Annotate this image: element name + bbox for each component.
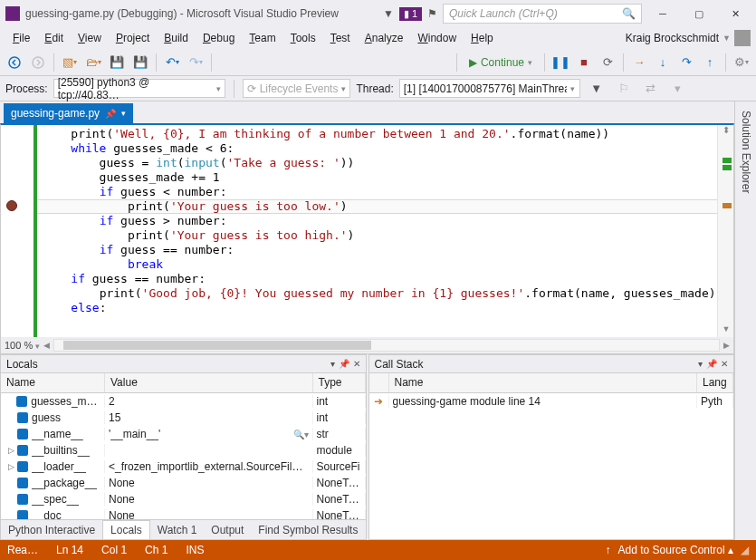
- locals-row[interactable]: guesses_made2int: [1, 393, 366, 410]
- menu-team[interactable]: Team: [242, 29, 282, 47]
- close-button[interactable]: ✕: [720, 2, 751, 25]
- panel-pin-icon[interactable]: 📌: [706, 359, 717, 369]
- bottom-tab[interactable]: Python Interactive: [1, 521, 102, 539]
- callstack-grid[interactable]: ➜guessing-game module line 14Pyth: [369, 393, 734, 539]
- quick-launch-input[interactable]: Quick Launch (Ctrl+Q) 🔍: [443, 4, 642, 24]
- menu-analyze[interactable]: Analyze: [358, 29, 411, 47]
- menu-tools[interactable]: Tools: [283, 29, 323, 47]
- bottom-tab[interactable]: Find Symbol Results: [251, 521, 365, 539]
- thread-combo[interactable]: [1] [140017000875776] MainThread▾: [399, 79, 580, 98]
- menu-build[interactable]: Build: [157, 29, 196, 47]
- status-bar: Rea… Ln 14 Col 1 Ch 1 INS ↑ Add to Sourc…: [0, 540, 756, 560]
- scroll-right-icon[interactable]: ▶: [723, 341, 730, 350]
- publish-icon[interactable]: ↑: [606, 544, 611, 556]
- right-sidepanel: Solution Explorer: [734, 101, 756, 540]
- locals-grid[interactable]: guesses_made2intguess15int__name__'__mai…: [1, 393, 366, 519]
- continue-button[interactable]: ▶ Continue▾: [462, 54, 540, 71]
- locals-row[interactable]: __name__'__main__'🔍▾str: [1, 426, 366, 442]
- bottom-tab[interactable]: Watch 1: [150, 521, 205, 539]
- pin-icon[interactable]: 📌: [105, 109, 116, 119]
- nav-back-button[interactable]: [4, 52, 25, 73]
- locals-header[interactable]: Name Value Type: [1, 373, 366, 393]
- status-col: Col 1: [101, 544, 127, 556]
- stop-button[interactable]: ■: [573, 52, 595, 73]
- menu-window[interactable]: Window: [410, 29, 464, 47]
- menu-view[interactable]: View: [71, 29, 109, 47]
- thread-flag-button[interactable]: ⚐: [613, 78, 635, 100]
- visualizer-icon[interactable]: 🔍▾: [293, 430, 309, 439]
- panel-pin-icon[interactable]: 📌: [339, 359, 349, 369]
- save-button[interactable]: 💾: [106, 52, 128, 73]
- panel-close-icon[interactable]: ✕: [721, 359, 728, 369]
- thread-filter-button[interactable]: ▼: [586, 78, 608, 100]
- debug-settings-button[interactable]: ⚙▾: [731, 52, 752, 73]
- maximize-button[interactable]: ▢: [684, 2, 714, 25]
- source-control-button[interactable]: Add to Source Control ▴: [618, 544, 733, 556]
- code-editor[interactable]: print('Well, {0}, I am thinking of a num…: [1, 125, 733, 337]
- thread-label: Thread:: [356, 82, 393, 95]
- locals-row[interactable]: ▷__builtins__module: [1, 442, 366, 459]
- editor-gutter[interactable]: [1, 125, 37, 337]
- zoom-combo[interactable]: 100 % ▾: [5, 340, 40, 351]
- undo-button[interactable]: ↶▾: [161, 52, 183, 73]
- locals-row[interactable]: __package__NoneNoneType: [1, 475, 366, 491]
- save-all-button[interactable]: 💾: [129, 52, 151, 73]
- open-file-button[interactable]: 🗁▾: [82, 52, 104, 73]
- scroll-down-icon[interactable]: ▼: [719, 324, 733, 337]
- status-ins: INS: [186, 544, 204, 556]
- user-account[interactable]: Kraig Brockschmidt▼: [626, 30, 751, 46]
- nav-fwd-button[interactable]: [27, 52, 49, 73]
- step-into-button[interactable]: ↓: [652, 52, 674, 73]
- notification-badge[interactable]: ▮1: [399, 7, 422, 21]
- panel-dropdown-icon[interactable]: ▾: [330, 359, 335, 369]
- show-next-button[interactable]: →: [628, 52, 650, 73]
- avatar-icon: [734, 30, 751, 46]
- status-resize-icon[interactable]: ◢: [741, 544, 749, 556]
- menu-help[interactable]: Help: [464, 29, 501, 47]
- new-project-button[interactable]: ▧▾: [59, 52, 81, 73]
- thread-more-button[interactable]: ▾: [667, 78, 689, 100]
- pause-button[interactable]: ❚❚: [550, 52, 571, 73]
- locals-title: Locals: [6, 358, 38, 371]
- locals-row[interactable]: ▷__loader__<_frozen_importlib_external.S…: [1, 459, 366, 475]
- locals-row[interactable]: guess15int: [1, 410, 366, 426]
- file-tab[interactable]: guessing-game.py 📌 ▾: [4, 103, 133, 123]
- editor-footer: 100 % ▾ ◀ ▶: [1, 337, 733, 353]
- process-combo[interactable]: [25590] python3 @ tcp://40.83…▾: [53, 79, 225, 98]
- document-tab-strip: guessing-game.py 📌 ▾: [0, 101, 734, 123]
- restart-button[interactable]: ⟳: [597, 52, 618, 73]
- horizontal-scrollbar[interactable]: [53, 339, 720, 352]
- menu-file[interactable]: File: [5, 29, 37, 47]
- status-line: Ln 14: [56, 544, 83, 556]
- step-over-button[interactable]: ↷: [675, 52, 697, 73]
- split-icon[interactable]: ⬍: [719, 125, 733, 134]
- locals-row[interactable]: __doc__NoneNoneType: [1, 507, 366, 519]
- redo-button[interactable]: ↷▾: [185, 52, 206, 73]
- minimize-button[interactable]: ─: [647, 2, 678, 25]
- scroll-left-icon[interactable]: ◀: [43, 341, 50, 350]
- panel-dropdown-icon[interactable]: ▾: [698, 359, 703, 369]
- bottom-tab[interactable]: Output: [204, 521, 251, 539]
- menu-edit[interactable]: Edit: [37, 29, 71, 47]
- process-label: Process:: [5, 82, 48, 95]
- menu-debug[interactable]: Debug: [196, 29, 242, 47]
- feedback-icon[interactable]: ▼: [383, 7, 394, 20]
- callstack-row[interactable]: ➜guessing-game module line 14Pyth: [369, 393, 734, 410]
- window-title: guessing-game.py (Debugging) - Microsoft…: [25, 7, 339, 20]
- status-ch: Ch 1: [145, 544, 167, 556]
- main-toolbar: ▧▾ 🗁▾ 💾 💾 ↶▾ ↷▾ ▶ Continue▾ ❚❚ ■ ⟳ → ↓ ↷…: [0, 49, 756, 76]
- thread-swap-button[interactable]: ⇄: [640, 78, 662, 100]
- solution-explorer-tab[interactable]: Solution Explorer: [738, 105, 754, 198]
- menu-project[interactable]: Project: [109, 29, 157, 47]
- tab-dropdown-icon[interactable]: ▾: [121, 109, 126, 118]
- vertical-scrollbar[interactable]: ⬍ ▼: [717, 125, 733, 337]
- step-out-button[interactable]: ↑: [699, 52, 721, 73]
- callstack-header[interactable]: Name Lang: [369, 373, 734, 393]
- bottom-tab[interactable]: Locals: [102, 520, 150, 539]
- panel-close-icon[interactable]: ✕: [353, 359, 360, 369]
- locals-row[interactable]: __spec__NoneNoneType: [1, 491, 366, 507]
- menu-test[interactable]: Test: [323, 29, 358, 47]
- breakpoint-icon[interactable]: [6, 200, 17, 211]
- lifecycle-combo[interactable]: ⟳Lifecycle Events▾: [243, 79, 351, 98]
- feedback-flag-icon[interactable]: ⚑: [427, 7, 437, 20]
